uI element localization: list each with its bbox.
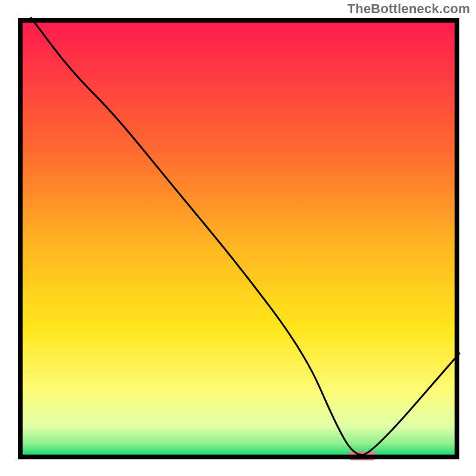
bottleneck-chart: TheBottleneck.com xyxy=(0,0,476,476)
chart-svg xyxy=(0,0,476,476)
watermark-text: TheBottleneck.com xyxy=(347,1,470,17)
